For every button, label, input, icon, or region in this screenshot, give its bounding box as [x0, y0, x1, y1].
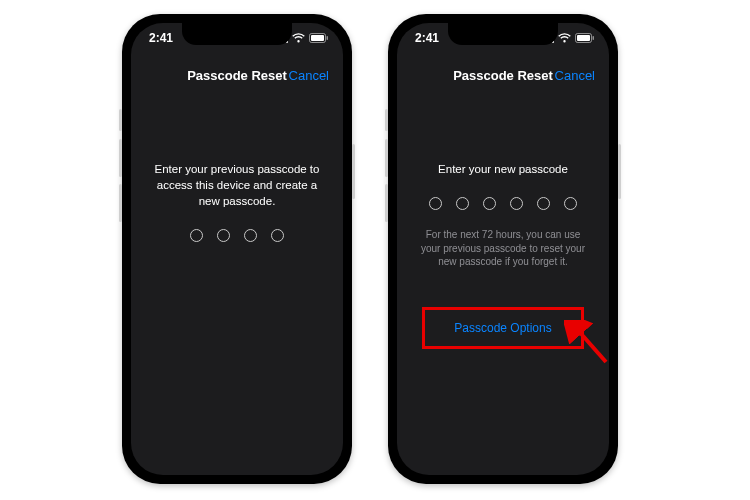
passcode-options-wrapper: Passcode Options [436, 311, 569, 345]
passcode-dots[interactable] [190, 229, 284, 242]
passcode-dot [564, 197, 577, 210]
screen-left: 2:41 Passcode Reset Cancel Enter your pr… [131, 23, 343, 475]
page-title: Passcode Reset [453, 68, 553, 83]
svg-rect-5 [593, 36, 595, 40]
status-time: 2:41 [149, 31, 173, 45]
power-button [352, 144, 355, 199]
passcode-dot [217, 229, 230, 242]
passcode-options-button[interactable]: Passcode Options [436, 311, 569, 345]
screen-right: 2:41 Passcode Reset Cancel Enter your ne… [397, 23, 609, 475]
passcode-dot [537, 197, 550, 210]
mute-switch [119, 109, 122, 131]
svg-rect-2 [327, 36, 329, 40]
device-frame-left: 2:41 Passcode Reset Cancel Enter your pr… [122, 14, 352, 484]
passcode-dot [510, 197, 523, 210]
hint-text: For the next 72 hours, you can use your … [418, 228, 588, 269]
content-area: Enter your new passcode For the next 72 … [397, 93, 609, 475]
volume-down-button [385, 184, 388, 222]
nav-bar: Passcode Reset Cancel [131, 57, 343, 93]
passcode-dot [429, 197, 442, 210]
svg-rect-4 [577, 35, 590, 41]
power-button [618, 144, 621, 199]
passcode-dot [244, 229, 257, 242]
svg-rect-1 [311, 35, 324, 41]
cancel-button[interactable]: Cancel [289, 68, 329, 83]
prompt-text: Enter your new passcode [438, 161, 568, 177]
volume-down-button [119, 184, 122, 222]
notch [182, 23, 292, 45]
nav-bar: Passcode Reset Cancel [397, 57, 609, 93]
passcode-dots[interactable] [429, 197, 577, 210]
passcode-dot [483, 197, 496, 210]
passcode-dot [456, 197, 469, 210]
volume-up-button [385, 139, 388, 177]
device-frame-right: 2:41 Passcode Reset Cancel Enter your ne… [388, 14, 618, 484]
battery-icon [309, 33, 329, 43]
wifi-icon [292, 33, 305, 43]
battery-icon [575, 33, 595, 43]
notch [448, 23, 558, 45]
page-title: Passcode Reset [187, 68, 287, 83]
mute-switch [385, 109, 388, 131]
status-time: 2:41 [415, 31, 439, 45]
prompt-text: Enter your previous passcode to access t… [149, 161, 325, 209]
volume-up-button [119, 139, 122, 177]
cancel-button[interactable]: Cancel [555, 68, 595, 83]
wifi-icon [558, 33, 571, 43]
passcode-dot [190, 229, 203, 242]
passcode-dot [271, 229, 284, 242]
content-area: Enter your previous passcode to access t… [131, 93, 343, 475]
